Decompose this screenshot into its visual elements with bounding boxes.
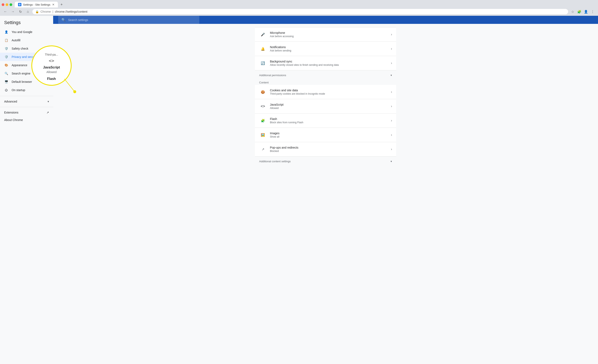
sidebar-item-privacy-security[interactable]: 🛡️ Privacy and security (0, 53, 51, 61)
cookies-chevron-icon: › (391, 90, 392, 94)
sync-icon: 🔄 (259, 59, 267, 67)
nav-bar: ← → ↻ ⌂ 🔒 Chrome | chrome://settings/con… (0, 8, 598, 16)
cookies-text: Cookies and site data Third-party cookie… (270, 89, 391, 95)
background-sync-item[interactable]: 🔄 Background sync Allow recently closed … (255, 56, 396, 70)
sidebar-item-on-startup[interactable]: ⏻ On startup (0, 86, 51, 94)
sidebar-extensions[interactable]: Extensions ↗ (0, 109, 53, 116)
search-bar[interactable]: 🔍 (58, 16, 199, 24)
tab-close-button[interactable]: ✕ (52, 3, 55, 6)
javascript-title: JavaScript (270, 103, 391, 106)
sidebar-label-you-google: You and Google (12, 30, 32, 34)
popup-icon: ↗ (259, 146, 267, 153)
popups-subtitle: Blocked (270, 150, 391, 153)
popups-item[interactable]: ↗ Pop-ups and redirects Blocked › (255, 142, 396, 156)
microphone-title: Microphone (270, 31, 391, 34)
sidebar-item-appearance[interactable]: 🎨 Appearance (0, 61, 51, 69)
sidebar-item-autofill[interactable]: 📋 Autofill (0, 36, 51, 44)
cookie-icon: 🍪 (259, 88, 267, 96)
flash-icon: 🧩 (259, 117, 267, 124)
sidebar-advanced[interactable]: Advanced ▾ (0, 98, 53, 105)
flash-item[interactable]: 🧩 Flash Block sites from running Flash › (255, 113, 396, 128)
browser-icon: 🖥️ (4, 80, 8, 84)
sidebar-divider-2 (0, 107, 53, 107)
popups-chevron-icon: › (391, 147, 392, 151)
search-icon: 🔍 (4, 71, 8, 75)
flash-subtitle: Block sites from running Flash (270, 121, 391, 124)
active-tab[interactable]: ⚙ Settings - Site Settings ✕ (15, 2, 58, 8)
flash-text: Flash Block sites from running Flash (270, 117, 391, 124)
additional-content-header[interactable]: Additional content settings ▾ (255, 156, 396, 165)
additional-content-chevron-icon: ▾ (390, 160, 392, 163)
new-tab-button[interactable]: + (59, 2, 65, 8)
content-section-label: Content (255, 78, 396, 85)
settings-list: 🎤 Microphone Ask before accessing › 🔔 No… (255, 24, 396, 168)
address-site: Chrome (41, 10, 51, 13)
privacy-shield-icon: 🛡️ (4, 55, 8, 59)
javascript-item[interactable]: <> JavaScript Allowed › (255, 99, 396, 113)
popups-title: Pop-ups and redirects (270, 146, 391, 149)
back-button[interactable]: ← (2, 9, 8, 15)
sidebar-label-browser: Default browser (12, 80, 32, 83)
maximize-button[interactable] (9, 3, 12, 6)
images-subtitle: Show all (270, 135, 391, 138)
sidebar-item-search-engine[interactable]: 🔍 Search engine (0, 69, 51, 78)
notifications-text: Notifications Ask before sending (270, 45, 391, 52)
additional-permissions-label: Additional permissions (259, 74, 286, 77)
popups-text: Pop-ups and redirects Blocked (270, 146, 391, 153)
minimize-button[interactable] (6, 3, 8, 6)
sidebar-item-you-google[interactable]: 👤 You and Google (0, 28, 51, 36)
background-sync-subtitle: Allow recently closed sites to finish se… (270, 64, 391, 66)
images-item[interactable]: 🖼️ Images Show all › (255, 128, 396, 142)
nav-actions: ☆ 🧩 👤 ⋮ (570, 9, 596, 15)
tab-bar: ⚙ Settings - Site Settings ✕ + (0, 0, 598, 8)
images-text: Images Show all (270, 132, 391, 138)
sidebar-item-safety-check[interactable]: 🛡️ Safety check (0, 44, 51, 53)
cookies-item[interactable]: 🍪 Cookies and site data Third-party cook… (255, 85, 396, 99)
power-icon: ⏻ (4, 88, 8, 92)
javascript-icon: <> (259, 103, 267, 110)
microphone-chevron-icon: › (391, 32, 392, 36)
sidebar-label-autofill: Autofill (12, 39, 20, 42)
sidebar-label-appearance: Appearance (12, 64, 27, 67)
microphone-text: Microphone Ask before accessing (270, 31, 391, 38)
app: Settings 👤 You and Google 📋 Autofill 🛡️ … (0, 16, 598, 364)
javascript-subtitle: Allowed (270, 107, 391, 110)
menu-button[interactable]: ⋮ (590, 9, 596, 15)
images-chevron-icon: › (391, 133, 392, 137)
sidebar-about-chrome[interactable]: About Chrome (0, 116, 51, 124)
lock-icon: 🔒 (35, 10, 39, 13)
sidebar-label-startup: On startup (12, 89, 25, 92)
extensions-label: Extensions (4, 111, 18, 114)
home-button[interactable]: ⌂ (25, 9, 31, 15)
svg-text:⚙: ⚙ (19, 4, 21, 6)
notifications-subtitle: Ask before sending (270, 49, 391, 52)
background-sync-text: Background sync Allow recently closed si… (270, 60, 391, 66)
bookmark-button[interactable]: ☆ (570, 9, 576, 15)
profile-button[interactable]: 👤 (583, 9, 589, 15)
advanced-chevron-icon: ▾ (48, 100, 49, 103)
external-link-icon: ↗ (47, 111, 49, 114)
close-button[interactable] (2, 3, 4, 6)
palette-icon: 🎨 (4, 63, 8, 67)
microphone-icon: 🎤 (259, 31, 267, 38)
address-bar[interactable]: 🔒 Chrome | chrome://settings/content (32, 9, 568, 14)
sidebar: Settings 👤 You and Google 📋 Autofill 🛡️ … (0, 16, 53, 364)
browser-chrome: ⚙ Settings - Site Settings ✕ + ← → ↻ ⌂ 🔒… (0, 0, 598, 16)
images-icon: 🖼️ (259, 131, 267, 139)
sidebar-divider (0, 96, 53, 96)
person-icon: 👤 (4, 30, 8, 34)
notifications-item[interactable]: 🔔 Notifications Ask before sending › (255, 42, 396, 56)
cookies-subtitle: Third-party cookies are blocked in Incog… (270, 92, 391, 95)
javascript-text: JavaScript Allowed (270, 103, 391, 110)
microphone-subtitle: Ask before accessing (270, 35, 391, 38)
reload-button[interactable]: ↻ (17, 9, 23, 15)
search-input[interactable] (68, 18, 196, 22)
forward-button[interactable]: → (10, 9, 16, 15)
microphone-item[interactable]: 🎤 Microphone Ask before accessing › (255, 27, 396, 42)
autofill-icon: 📋 (4, 38, 8, 42)
additional-permissions-chevron-icon: ▾ (390, 74, 392, 77)
sidebar-item-default-browser[interactable]: 🖥️ Default browser (0, 78, 51, 86)
extensions-button[interactable]: 🧩 (576, 9, 582, 15)
additional-permissions-header[interactable]: Additional permissions ▾ (255, 70, 396, 78)
sidebar-label-safety-check: Safety check (12, 47, 28, 50)
